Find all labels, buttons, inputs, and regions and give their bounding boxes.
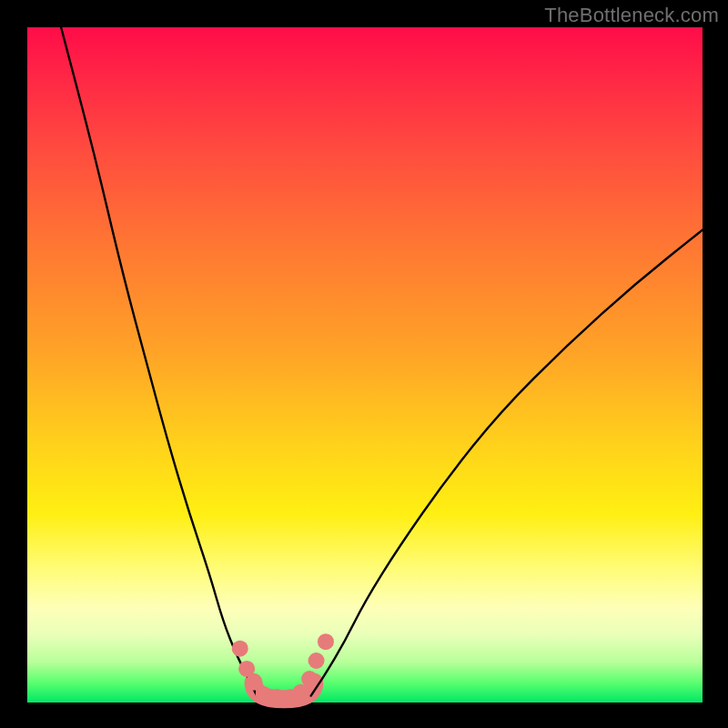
bottleneck-curve <box>61 27 703 696</box>
svg-point-7 <box>301 671 318 687</box>
svg-point-8 <box>308 652 325 669</box>
chart-frame: TheBottleneck.com <box>0 0 728 728</box>
curve-overlay <box>27 27 703 703</box>
svg-point-6 <box>293 684 309 701</box>
svg-point-9 <box>318 633 334 650</box>
plot-area <box>27 27 703 703</box>
watermark-text: TheBottleneck.com <box>544 4 719 27</box>
svg-point-3 <box>256 686 272 703</box>
svg-point-0 <box>232 641 248 657</box>
